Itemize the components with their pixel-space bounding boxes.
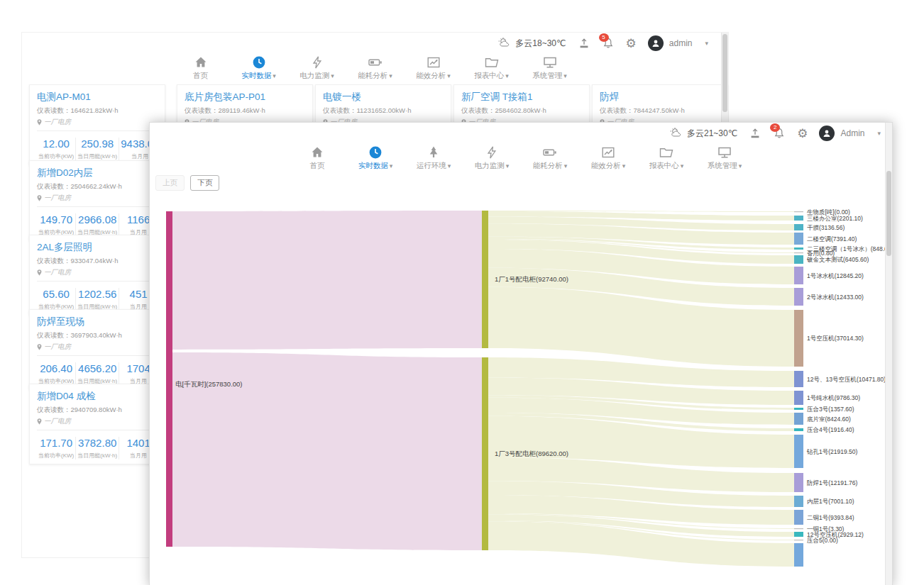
meter-card-title: 新增D04 成检 xyxy=(37,390,158,403)
meter-value-number: 3782.80 xyxy=(77,437,117,449)
sankey-label: 2号冰水机(12433.00) xyxy=(807,294,864,301)
upload-icon[interactable] xyxy=(749,127,761,140)
sankey-node-root[interactable] xyxy=(166,211,172,547)
sankey-label: 二楼空调(7391.40) xyxy=(807,235,857,243)
chart-icon xyxy=(590,145,627,161)
sankey-node-leaf[interactable] xyxy=(794,408,803,410)
sankey-node-leaf[interactable] xyxy=(794,510,803,525)
sankey-node-leaf[interactable] xyxy=(794,391,803,405)
sankey-node-leaf[interactable] xyxy=(794,413,803,425)
home-icon xyxy=(299,145,336,161)
nav-item-label: 能耗分析 xyxy=(358,71,387,79)
sankey-node-leaf[interactable] xyxy=(794,211,803,212)
sankey-label: 内层1号(7001.10) xyxy=(807,498,854,505)
nav-item-energy-consumption[interactable]: 能耗分析▾ xyxy=(357,55,394,87)
chart-icon xyxy=(415,55,452,71)
avatar[interactable] xyxy=(648,35,664,51)
back-scrollbar-thumb[interactable] xyxy=(722,34,727,112)
avatar[interactable] xyxy=(819,126,835,141)
sankey-node-leaf[interactable] xyxy=(794,528,803,529)
nav-item-label: 首页 xyxy=(310,161,325,169)
lightning-icon xyxy=(299,55,336,71)
sankey-node-leaf[interactable] xyxy=(794,371,803,387)
meter-reading: 仪表读数：2940709.80kW·h xyxy=(37,406,158,415)
meter-card-title: 防焊 xyxy=(600,91,720,104)
clock-icon xyxy=(241,55,277,71)
sankey-node-mid[interactable] xyxy=(482,211,488,348)
nav-item-label: 实时数据 xyxy=(358,161,388,169)
gear-icon[interactable]: ⚙ xyxy=(626,36,637,51)
nav-item-label: 运行环境 xyxy=(417,161,446,169)
meter-value-label: 当日用能(kW·h) xyxy=(77,452,117,459)
meter-card[interactable]: 防焊至现场 仪表读数：3697903.40kW·h 一厂电房 206.40当前功… xyxy=(29,309,165,390)
gear-icon[interactable]: ⚙ xyxy=(797,126,808,141)
notifications-bell-icon[interactable]: 2 xyxy=(773,127,786,140)
sankey-label: 三楼办公室(2201.10) xyxy=(807,215,863,222)
meter-card[interactable]: 新增D04 成检 仪表读数：2940709.80kW·h 一厂电房 171.70… xyxy=(29,384,165,464)
nav-item-power-monitor[interactable]: 电力监测▾ xyxy=(299,55,336,87)
next-page-button[interactable]: 下页 xyxy=(190,175,219,191)
meter-value-number: 250.98 xyxy=(77,138,117,150)
sankey-label: 12号、13号空压机(10471.80) xyxy=(807,376,886,383)
sankey-node-leaf[interactable] xyxy=(794,435,803,468)
meter-card-title: 防焊至现场 xyxy=(37,316,158,328)
sankey-label: 镀金文本测试(6405.60) xyxy=(806,256,869,263)
meter-value-number: 149.70 xyxy=(38,213,74,225)
location-pin-icon xyxy=(37,418,42,425)
sankey-node-leaf[interactable] xyxy=(794,224,803,230)
nav-item-realtime-data[interactable]: 实时数据▾ xyxy=(241,55,277,87)
sankey-node-leaf[interactable] xyxy=(794,233,803,245)
nav-item-home[interactable]: 首页 xyxy=(182,55,219,87)
location-pin-icon xyxy=(37,119,42,126)
nav-item-system-management[interactable]: 系统管理▾ xyxy=(532,55,568,87)
username[interactable]: admin xyxy=(669,38,693,48)
sankey-node-leaf[interactable] xyxy=(794,288,803,306)
sankey-node-leaf[interactable] xyxy=(794,247,803,250)
sankey-node-leaf[interactable] xyxy=(794,252,803,253)
sankey-node-leaf[interactable] xyxy=(794,496,803,507)
meter-reading: 仪表读数：933047.04kW·h xyxy=(37,257,158,266)
sankey-node-leaf[interactable] xyxy=(794,255,803,264)
sankey-node-leaf[interactable] xyxy=(794,428,803,431)
sankey-node-leaf[interactable] xyxy=(794,540,803,540)
username[interactable]: Admin xyxy=(840,128,864,138)
meter-value: 1202.56当日用能(kW·h) xyxy=(75,288,119,311)
front-scrollbar[interactable] xyxy=(885,123,892,585)
meter-reading: 仪表读数：3697903.40kW·h xyxy=(37,331,158,340)
prev-page-button[interactable]: 上页 xyxy=(155,175,185,191)
folder-icon xyxy=(473,55,510,71)
home-icon xyxy=(182,55,219,71)
sankey-node-leaf[interactable] xyxy=(794,216,803,221)
nav-item-label: 能耗分析 xyxy=(533,161,563,169)
meter-value-number: 12.00 xyxy=(38,138,74,150)
meter-location: 一厂电房 xyxy=(44,417,71,426)
upload-icon[interactable] xyxy=(578,37,590,50)
nav-item-label: 系统管理 xyxy=(708,161,737,169)
sankey-node-leaf[interactable] xyxy=(794,267,803,284)
meter-value-label: 当前功率(KW) xyxy=(38,152,74,160)
location-pin-icon xyxy=(37,195,42,201)
front-scrollbar-thumb[interactable] xyxy=(886,171,891,256)
front-topbar: 多云21~30℃ 2 ⚙ Admin ▾ xyxy=(150,123,892,144)
sankey-node-leaf[interactable] xyxy=(794,473,803,492)
meter-value-label: 当日用能(kW·h) xyxy=(77,152,117,160)
nav-item-energy-efficiency[interactable]: 能效分析▾ xyxy=(415,55,452,87)
meter-card[interactable]: 电测AP-M01 仪表读数：164621.82kW·h 一厂电房 12.00当前… xyxy=(29,84,165,165)
battery-icon xyxy=(532,145,568,161)
sankey-label: 1厂1号配电柜(92740.00) xyxy=(495,275,568,283)
chevron-down-icon: ▾ xyxy=(390,162,393,169)
chevron-down-icon: ▾ xyxy=(705,40,708,47)
sankey-node-leaf[interactable] xyxy=(794,532,803,537)
clock-icon xyxy=(357,145,394,161)
sankey-label: 防焊1号(12191.76) xyxy=(807,479,858,486)
sankey-node-mid[interactable] xyxy=(482,357,488,550)
chevron-down-icon: ▾ xyxy=(506,162,510,169)
sankey-node-leaf[interactable] xyxy=(794,543,803,567)
nav-item-report-center[interactable]: 报表中心▾ xyxy=(473,55,510,87)
meter-location: 一厂电房 xyxy=(44,194,71,203)
sankey-node-leaf[interactable] xyxy=(794,310,803,367)
meter-card[interactable]: 2AL多层照明 仪表读数：933047.04kW·h 一厂电房 65.60当前功… xyxy=(29,235,165,316)
notifications-bell-icon[interactable]: 5 xyxy=(602,37,615,50)
meter-card[interactable]: 新增D02内层 仪表读数：2504662.24kW·h 一厂电房 149.70当… xyxy=(29,160,165,241)
meter-value: 12.00当前功率(KW) xyxy=(37,138,75,160)
